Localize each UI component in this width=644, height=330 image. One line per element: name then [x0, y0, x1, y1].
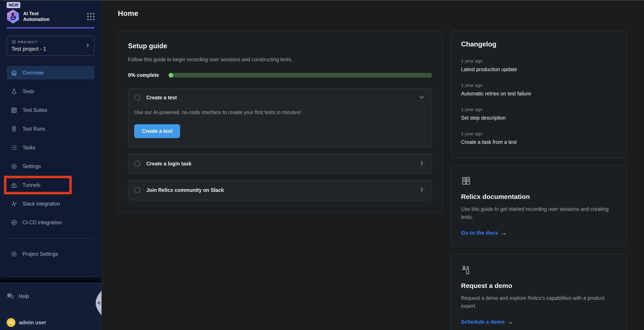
setup-progress: 0% complete — [128, 72, 432, 78]
setup-steps: Create a test Use our AI-powered, no-cod… — [128, 88, 432, 200]
changelog-entry-title: Create a task from a test — [461, 139, 617, 145]
right-column: Changelog 1 year ago Latest production u… — [451, 31, 628, 330]
sidebar: NEW AI Test Automation PROJECT Test proj… — [0, 0, 102, 330]
chevron-right-icon — [85, 43, 90, 49]
documentation-card: Relicx documentation Use this guide to g… — [451, 165, 628, 247]
sidebar-item-settings[interactable]: Settings — [6, 160, 94, 173]
setup-guide-subtitle: Follow this guide to begin recording use… — [128, 57, 432, 63]
sidebar-item-test-suites[interactable]: Test Suites — [6, 103, 94, 117]
sidebar-bottom-panel: ? Help AU admin user — [0, 283, 101, 330]
sidebar-item-overview[interactable]: Overview — [6, 66, 94, 80]
app-header: AI Test Automation — [6, 9, 94, 23]
app-switcher-grid-icon[interactable] — [87, 13, 94, 20]
changelog-time: 1 year ago — [461, 131, 617, 136]
sidebar-item-tests[interactable]: Tests — [6, 85, 94, 98]
sidebar-item-label: Test Runs — [22, 126, 45, 132]
setup-guide-title: Setup guide — [128, 42, 432, 50]
chevron-right-icon — [419, 187, 425, 193]
scroll-shadow — [0, 277, 101, 283]
changelog-entry-title: Set step description — [461, 115, 617, 121]
sidebar-item-label: CI-CD integration — [22, 220, 62, 226]
main-content: Home Setup guide Follow this guide to be… — [102, 0, 644, 330]
documentation-title: Relicx documentation — [461, 193, 617, 200]
sidebar-item-test-runs[interactable]: Test Runs — [6, 122, 94, 136]
chevron-right-icon — [419, 160, 425, 167]
gear-icon — [10, 163, 18, 170]
changelog-card: Changelog 1 year ago Latest production u… — [451, 31, 628, 159]
sidebar-nav: Overview Tests Test Suites Test Runs — [6, 66, 94, 234]
step-title: Join Relicx community on Slack — [146, 187, 224, 193]
incomplete-step-circle-icon — [134, 95, 140, 101]
sidebar-item-label: Test Suites — [22, 107, 48, 113]
sidebar-item-label: Tunnels — [22, 182, 40, 188]
slack-icon — [10, 200, 18, 207]
tasks-list-icon — [10, 144, 18, 151]
sidebar-item-cicd-integration[interactable]: CI-CD integration — [6, 216, 94, 229]
step-header[interactable]: Create a test — [134, 95, 426, 101]
sidebar-divider — [6, 238, 94, 239]
app-logo — [6, 9, 20, 23]
window-top-edge — [0, 0, 644, 1]
sidebar-item-tasks[interactable]: Tasks — [6, 141, 94, 155]
setup-guide-card: Setup guide Follow this guide to begin r… — [118, 31, 442, 213]
svg-text:?: ? — [8, 294, 10, 297]
incomplete-step-circle-icon — [134, 161, 140, 167]
changelog-entry: 1 year ago Set step description — [461, 107, 617, 121]
sidebar-scroll-area: NEW AI Test Automation PROJECT Test proj… — [0, 0, 101, 283]
sidebar-item-label: Tests — [22, 89, 34, 95]
sidebar-item-project-settings[interactable]: Project Settings — [6, 247, 94, 261]
progress-bar — [168, 73, 432, 78]
step-create-a-test: Create a test Use our AI-powered, no-cod… — [128, 88, 432, 147]
arrow-right-icon: → — [507, 319, 513, 325]
flask-logo-icon — [8, 12, 18, 21]
sidebar-item-label: Tasks — [22, 145, 36, 151]
documentation-description: Use this guide to get started recording … — [461, 205, 617, 221]
project-selector[interactable]: PROJECT Test project - 1 — [6, 36, 94, 56]
schedule-demo-link[interactable]: Schedule a demo → — [461, 319, 513, 325]
project-label: PROJECT — [18, 40, 38, 44]
progress-label: 0% complete — [128, 72, 159, 78]
changelog-time: 1 year ago — [461, 83, 617, 88]
help-button[interactable]: ? Help — [6, 293, 94, 300]
user-name: admin user — [19, 320, 46, 326]
changelog-entry: 1 year ago Latest production update — [461, 58, 617, 72]
package-icon — [12, 40, 16, 44]
test-runs-icon — [10, 126, 18, 132]
request-demo-description: Request a demo and explore Relicx's capa… — [461, 294, 617, 310]
documentation-icon — [461, 176, 617, 187]
sidebar-item-tunnels[interactable]: Tunnels — [6, 178, 94, 192]
sidebar-item-label: Settings — [22, 164, 41, 169]
project-name: Test project - 1 — [12, 46, 90, 52]
go-to-docs-link[interactable]: Go to the docs → — [461, 230, 506, 236]
sidebar-item-label: Overview — [22, 70, 44, 76]
create-a-test-button[interactable]: Create a test — [134, 124, 180, 138]
request-demo-title: Request a demo — [461, 282, 617, 290]
user-menu[interactable]: AU admin user — [6, 318, 94, 327]
changelog-time: 1 year ago — [461, 107, 617, 112]
incomplete-step-circle-icon — [134, 187, 140, 193]
step-description: Use our AI-powered, no-code interface to… — [134, 110, 426, 115]
flask-icon — [10, 88, 18, 95]
changelog-entry: 1 year ago Automatic retries on test fai… — [461, 83, 617, 97]
changelog-entry: 1 year ago Create a task from a test — [461, 131, 617, 145]
chevron-down-icon — [419, 94, 425, 101]
gear-icon — [10, 251, 18, 258]
sidebar-item-slack-integration[interactable]: Slack integration — [6, 197, 94, 211]
changelog-entry-title: Automatic retries on test failure — [461, 91, 617, 97]
progress-knob — [168, 73, 173, 78]
sidebar-item-label: Slack integration — [22, 201, 60, 207]
changelog-title: Changelog — [461, 40, 617, 48]
arrow-right-icon: → — [501, 230, 506, 236]
avatar: AU — [6, 318, 16, 327]
people-icon — [461, 265, 617, 276]
sidebar-item-label: Project Settings — [22, 251, 58, 257]
help-label: Help — [18, 294, 29, 299]
brand-underline — [6, 27, 94, 28]
home-icon — [10, 69, 18, 76]
step-join-slack-community[interactable]: Join Relicx community on Slack — [128, 180, 432, 200]
step-title: Create a test — [146, 95, 177, 101]
step-create-a-login-task[interactable]: Create a login task — [128, 154, 432, 174]
app-title: AI Test Automation — [23, 11, 61, 22]
changelog-time: 1 year ago — [461, 58, 617, 64]
help-chat-icon: ? — [6, 293, 14, 300]
